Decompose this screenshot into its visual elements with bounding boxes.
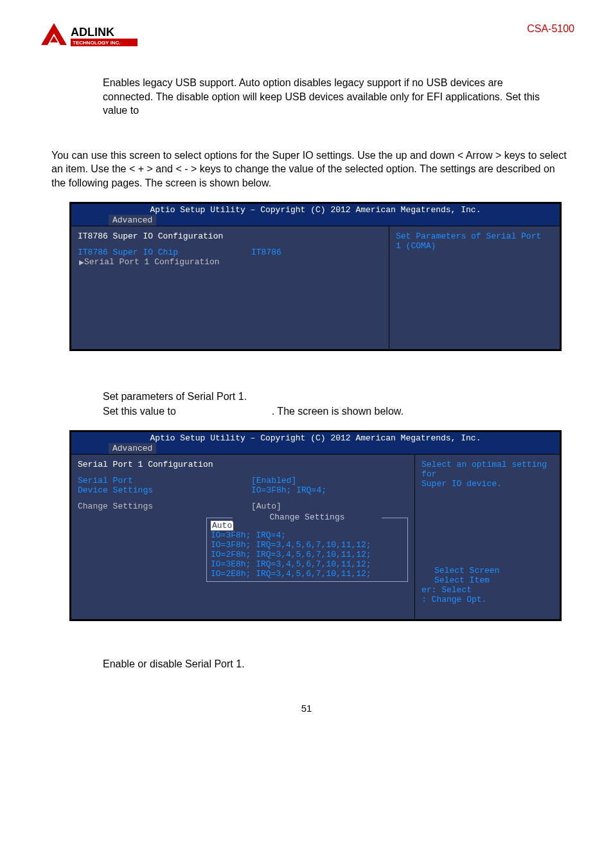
superio-config-heading: IT8786 Super IO Configuration — [78, 231, 382, 241]
device-settings-value: IO=3F8h; IRQ=4; — [251, 485, 408, 495]
serial-port-label[interactable]: Serial Port — [78, 476, 251, 485]
tab-advanced-2[interactable]: Advanced — [109, 443, 156, 454]
serial-port-value-line: Set this value to . The screen is shown … — [103, 404, 555, 419]
serial-port1-config-item[interactable]: Serial Port 1 Configuration — [78, 257, 258, 267]
popup-option-5[interactable]: IO=2E8h; IRQ=3,4,5,6,7,10,11,12; — [211, 569, 404, 579]
set-value-prefix: Set this value to — [103, 406, 176, 417]
keyhelp-select-screen: Select Screen — [422, 566, 553, 575]
logo-text-top: ADLINK — [71, 26, 114, 39]
menu-pointer-icon: ▶ — [79, 257, 84, 267]
bios-title-2: Aptio Setup Utility – Copyright (C) 2012… — [71, 432, 560, 443]
keyhelp-select: er: Select — [422, 585, 553, 595]
bios-screenshot-superio: Aptio Setup Utility – Copyright (C) 2012… — [69, 202, 562, 351]
popup-title: Change Settings — [233, 512, 382, 522]
set-value-suffix: . The screen is shown below. — [272, 406, 404, 417]
change-settings-value: [Auto] — [251, 502, 408, 511]
bios-help-pane-2: Select an optimal setting for Super IO d… — [415, 455, 560, 619]
device-settings-label: Device Settings — [78, 485, 251, 495]
help-line2: 1 (COMA) — [396, 241, 553, 251]
logo-text-bottom: TECHNOLOGY INC. — [73, 40, 121, 46]
help2-line2: Super IO device. — [422, 479, 553, 489]
page-header: ADLINK TECHNOLOGY INC. CSA-5100 — [39, 19, 574, 50]
help2-line1: Select an optimal setting for — [422, 460, 553, 479]
change-settings-label[interactable]: Change Settings — [78, 502, 251, 511]
bios-left-pane: IT8786 Super IO Configuration IT8786 Sup… — [71, 226, 389, 349]
page-number: 51 — [39, 703, 574, 714]
tab-advanced[interactable]: Advanced — [109, 215, 156, 226]
keyhelp-select-item: Select Item — [422, 575, 553, 585]
superio-chip-value: IT8786 — [251, 248, 382, 257]
keyhelp-change-opt: : Change Opt. — [422, 595, 553, 604]
help-line1: Set Parameters of Serial Port — [396, 231, 553, 241]
change-settings-popup: Change Settings Auto IO=3F8h; IRQ=4; IO=… — [206, 518, 408, 582]
model-number: CSA-5100 — [527, 23, 574, 35]
enable-disable-line: Enable or disable Serial Port 1. — [103, 657, 555, 671]
popup-option-auto[interactable]: Auto — [211, 521, 233, 530]
bios-left-pane-2: Serial Port 1 Configuration Serial Port … — [71, 455, 415, 619]
legacy-usb-paragraph: Enables legacy USB support. Auto option … — [103, 76, 555, 118]
adlink-logo: ADLINK TECHNOLOGY INC. — [39, 19, 141, 50]
bios-title: Aptio Setup Utility – Copyright (C) 2012… — [71, 204, 560, 215]
bios-screenshot-serialport: Aptio Setup Utility – Copyright (C) 2012… — [69, 430, 562, 621]
popup-option-2[interactable]: IO=3F8h; IRQ=3,4,5,6,7,10,11,12; — [211, 540, 404, 550]
popup-option-3[interactable]: IO=2F8h; IRQ=3,4,5,6,7,10,11,12; — [211, 550, 404, 559]
serial-port-value: [Enabled] — [251, 476, 408, 485]
popup-option-1[interactable]: IO=3F8h; IRQ=4; — [211, 530, 404, 540]
serial-port1-heading: Serial Port 1 Configuration — [78, 460, 408, 469]
serial-port-params-line: Set parameters of Serial Port 1. — [103, 390, 555, 404]
superio-chip-label: IT8786 Super IO Chip — [78, 248, 251, 257]
super-io-intro-paragraph: You can use this screen to select option… — [51, 149, 568, 190]
bios-tabrow-2: Advanced — [71, 443, 560, 454]
bios-help-pane: Set Parameters of Serial Port 1 (COMA) — [389, 226, 560, 349]
bios-tabrow: Advanced — [71, 215, 560, 226]
popup-option-4[interactable]: IO=3E8h; IRQ=3,4,5,6,7,10,11,12; — [211, 559, 404, 569]
